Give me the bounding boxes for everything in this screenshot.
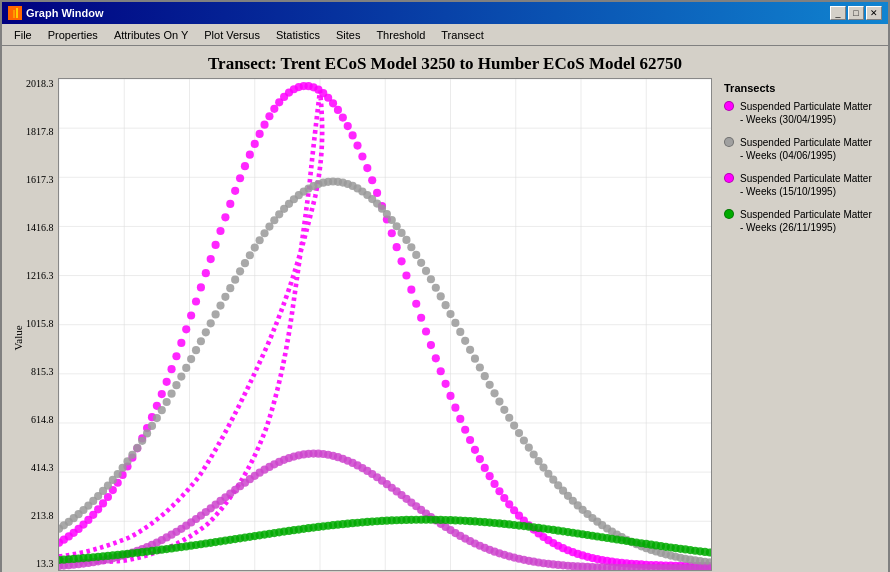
svg-point-252 xyxy=(505,414,513,422)
legend: Transects Suspended Particulate Matter -… xyxy=(720,78,880,572)
svg-point-180 xyxy=(152,414,160,422)
legend-color-dot xyxy=(724,173,734,183)
svg-point-48 xyxy=(162,378,170,386)
svg-point-89 xyxy=(363,164,371,172)
svg-rect-3 xyxy=(19,11,21,18)
y-tick: 1617.3 xyxy=(26,174,54,185)
svg-point-189 xyxy=(196,337,204,345)
svg-point-243 xyxy=(461,337,469,345)
svg-point-98 xyxy=(407,286,415,294)
y-tick: 1015.8 xyxy=(26,318,54,329)
svg-point-179 xyxy=(147,422,155,430)
menu-file[interactable]: File xyxy=(6,27,40,43)
svg-point-100 xyxy=(417,314,425,322)
svg-point-112 xyxy=(475,455,483,463)
svg-point-59 xyxy=(216,227,224,235)
svg-point-55 xyxy=(196,283,204,291)
svg-point-238 xyxy=(436,292,444,300)
svg-point-115 xyxy=(490,480,498,488)
svg-point-196 xyxy=(231,276,239,284)
svg-point-47 xyxy=(157,390,165,398)
svg-point-241 xyxy=(451,319,459,327)
svg-point-114 xyxy=(485,472,493,480)
svg-point-182 xyxy=(162,398,170,406)
svg-point-187 xyxy=(187,355,195,363)
svg-point-56 xyxy=(201,269,209,277)
svg-point-61 xyxy=(226,200,234,208)
svg-point-193 xyxy=(216,301,224,309)
legend-color-dot xyxy=(724,137,734,147)
maximize-button[interactable]: □ xyxy=(848,6,864,20)
legend-item-text: Suspended Particulate Matter - Weeks (30… xyxy=(740,100,876,126)
svg-point-247 xyxy=(480,372,488,380)
svg-point-63 xyxy=(235,174,243,182)
minimize-button[interactable]: _ xyxy=(830,6,846,20)
y-axis-label: Value xyxy=(10,78,26,572)
svg-point-185 xyxy=(177,373,185,381)
svg-point-184 xyxy=(172,381,180,389)
menu-properties[interactable]: Properties xyxy=(40,27,106,43)
svg-point-87 xyxy=(353,142,361,150)
svg-point-253 xyxy=(510,421,518,429)
svg-point-50 xyxy=(172,352,180,360)
menu-plot-versus[interactable]: Plot Versus xyxy=(196,27,268,43)
menu-transect[interactable]: Transect xyxy=(433,27,491,43)
svg-point-181 xyxy=(157,406,165,414)
svg-point-62 xyxy=(231,187,239,195)
svg-point-84 xyxy=(338,113,346,121)
svg-point-57 xyxy=(206,255,214,263)
menu-attributes[interactable]: Attributes On Y xyxy=(106,27,196,43)
svg-point-85 xyxy=(343,122,351,130)
svg-point-174 xyxy=(123,457,131,465)
y-tick: 1416.8 xyxy=(26,222,54,233)
svg-point-109 xyxy=(461,426,469,434)
canvas-area xyxy=(58,78,713,571)
svg-point-178 xyxy=(143,429,151,437)
svg-point-97 xyxy=(402,271,410,279)
y-tick: 614.8 xyxy=(31,414,54,425)
svg-point-105 xyxy=(441,380,449,388)
svg-point-58 xyxy=(211,241,219,249)
svg-point-64 xyxy=(240,162,248,170)
svg-point-102 xyxy=(426,341,434,349)
svg-point-236 xyxy=(426,275,434,283)
chart-wrapper: 2018.31817.81617.31416.81216.31015.8815.… xyxy=(26,78,712,572)
titlebar: Graph Window _ □ ✕ xyxy=(2,2,888,24)
svg-point-95 xyxy=(392,243,400,251)
svg-point-190 xyxy=(201,328,209,336)
svg-point-183 xyxy=(167,390,175,398)
svg-point-255 xyxy=(519,436,527,444)
app-icon xyxy=(8,6,22,20)
svg-point-51 xyxy=(177,339,185,347)
y-tick: 213.8 xyxy=(31,510,54,521)
svg-point-202 xyxy=(260,229,268,237)
menu-sites[interactable]: Sites xyxy=(328,27,368,43)
svg-point-88 xyxy=(358,152,366,160)
close-button[interactable]: ✕ xyxy=(866,6,882,20)
svg-point-232 xyxy=(407,243,415,251)
menu-statistics[interactable]: Statistics xyxy=(268,27,328,43)
svg-point-194 xyxy=(221,293,229,301)
svg-point-68 xyxy=(260,121,268,129)
svg-point-186 xyxy=(182,364,190,372)
svg-point-195 xyxy=(226,284,234,292)
legend-item-text: Suspended Particulate Matter - Weeks (04… xyxy=(740,136,876,162)
svg-rect-0 xyxy=(10,13,12,18)
svg-point-106 xyxy=(446,392,454,400)
y-tick: 414.3 xyxy=(31,462,54,473)
legend-item-text: Suspended Particulate Matter - Weeks (26… xyxy=(740,208,876,234)
svg-point-65 xyxy=(245,151,253,159)
svg-rect-1 xyxy=(13,10,15,18)
svg-point-101 xyxy=(421,327,429,335)
svg-point-103 xyxy=(431,354,439,362)
svg-point-108 xyxy=(456,415,464,423)
svg-point-60 xyxy=(221,213,229,221)
svg-point-107 xyxy=(451,404,459,412)
svg-point-234 xyxy=(417,259,425,267)
chart-inner: 2018.31817.81617.31416.81216.31015.8815.… xyxy=(26,78,712,571)
legend-item-text: Suspended Particulate Matter - Weeks (15… xyxy=(740,172,876,198)
svg-point-104 xyxy=(436,367,444,375)
menu-threshold[interactable]: Threshold xyxy=(368,27,433,43)
svg-point-83 xyxy=(333,106,341,114)
svg-point-192 xyxy=(211,310,219,318)
